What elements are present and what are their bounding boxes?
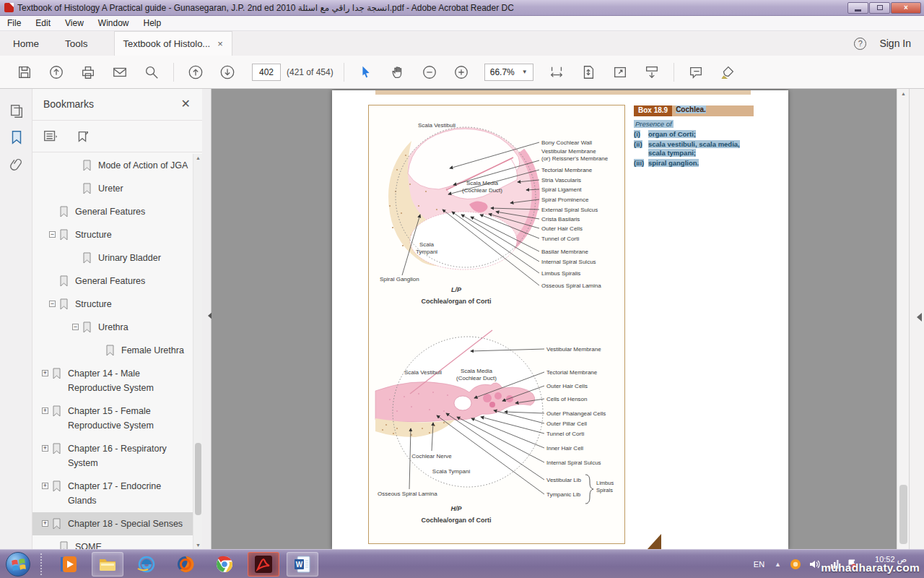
volume-icon[interactable]	[808, 558, 820, 570]
tab-document-label: Textbook of Histolo...	[123, 38, 211, 49]
document-scrollbar[interactable]: ▲	[897, 89, 909, 549]
tools-panel-strip[interactable]	[909, 89, 924, 549]
bookmark-item[interactable]: +Chapter 16 - Respiratory System	[32, 437, 193, 475]
start-button[interactable]	[6, 552, 30, 577]
bookmark-item[interactable]: General Features	[32, 200, 193, 223]
taskbar-media-player[interactable]	[53, 552, 84, 577]
search-icon[interactable]	[144, 64, 160, 80]
bookmark-item-label: Structure	[75, 299, 112, 309]
expand-icon[interactable]: +	[42, 370, 48, 376]
bookmark-item[interactable]: Urinary Bladder	[32, 246, 193, 269]
zoom-level-dropdown[interactable]: 66.7% ▼	[484, 64, 533, 81]
comment-icon[interactable]	[688, 64, 704, 80]
bookmarks-options-icon[interactable]	[43, 129, 58, 144]
tab-document[interactable]: Textbook of Histolo... ×	[114, 31, 232, 56]
bookmarks-panel: Bookmarks ✕ Mode of Action of JGAUreterG…	[32, 89, 202, 549]
expand-icon[interactable]: +	[42, 407, 48, 414]
collapse-icon[interactable]: −	[72, 324, 79, 330]
save-icon[interactable]	[17, 64, 32, 80]
figure-label: External Spiral Sulcus	[541, 207, 598, 213]
expand-tools-icon[interactable]	[912, 313, 922, 322]
box-list-item: (i)organ of Corti;	[634, 130, 754, 139]
bookmark-item[interactable]: Mode of Action of JGA	[32, 154, 193, 177]
taskbar: W EN ▲ ✕ 10:52 ص muhadharaty.com	[0, 549, 924, 578]
email-icon[interactable]	[112, 64, 128, 80]
highlighter-icon[interactable]	[720, 64, 736, 80]
bookmark-item-label: Mode of Action of JGA	[98, 160, 188, 171]
bookmark-item[interactable]: −Structure	[32, 293, 193, 316]
expand-icon[interactable]: +	[42, 483, 48, 489]
previous-page-icon[interactable]	[188, 64, 204, 80]
page-number-input[interactable]	[252, 64, 281, 81]
magnification-label: L/P	[451, 286, 462, 293]
taskbar-windows-explorer[interactable]	[92, 552, 123, 577]
close-button[interactable]: ×	[891, 2, 921, 14]
bookmark-item[interactable]: General Features	[32, 269, 193, 293]
app-window: Textbook of Histology A Practical guide …	[0, 0, 924, 578]
scroll-up-icon[interactable]: ▲	[193, 155, 202, 160]
bookmark-item[interactable]: SOME	[32, 535, 193, 549]
menu-item-file[interactable]: File	[0, 18, 28, 28]
bookmarks-close-icon[interactable]: ✕	[181, 97, 191, 111]
taskbar-internet-explorer[interactable]	[131, 552, 162, 577]
language-indicator[interactable]: EN	[754, 560, 764, 569]
share-upload-icon[interactable]	[48, 64, 64, 80]
bookmark-icon	[105, 345, 115, 361]
taskbar-chrome[interactable]	[209, 552, 240, 577]
next-page-icon[interactable]	[219, 64, 235, 80]
figure-label: Bony Cochlear Wall	[541, 139, 592, 146]
taskbar-word[interactable]: W	[287, 552, 318, 577]
expand-icon[interactable]: +	[42, 520, 48, 527]
fit-page-icon[interactable]	[580, 64, 596, 80]
menu-item-edit[interactable]: Edit	[28, 18, 58, 28]
tab-tools[interactable]: Tools	[52, 31, 101, 56]
bookmark-item[interactable]: Female Urethra	[32, 339, 193, 362]
hand-tool-icon[interactable]	[390, 64, 406, 80]
fit-width-icon[interactable]	[549, 64, 565, 80]
collapse-icon[interactable]: −	[49, 301, 56, 307]
bookmark-item[interactable]: +Chapter 15 - Female Reproductive System	[32, 400, 193, 437]
presentation-scroll-icon[interactable]	[644, 64, 660, 80]
tab-home[interactable]: Home	[0, 31, 52, 56]
document-scrollbar-thumb[interactable]	[899, 485, 907, 544]
taskbar-adobe-reader[interactable]	[248, 552, 279, 577]
hidden-icons-icon[interactable]: ▲	[775, 561, 781, 568]
bookmark-item[interactable]: Ureter	[32, 177, 193, 200]
collapse-icon[interactable]: −	[49, 231, 56, 238]
zoom-in-icon[interactable]	[453, 64, 469, 80]
zoom-out-icon[interactable]	[422, 64, 437, 80]
minimize-button[interactable]	[847, 2, 868, 14]
menu-item-view[interactable]: View	[58, 18, 91, 28]
figure-label: Outer Hair Cells	[541, 225, 583, 232]
bookmark-item-label: General Features	[75, 276, 145, 286]
bookmark-item[interactable]: −Urethra	[32, 316, 193, 339]
help-icon[interactable]: ?	[854, 38, 866, 50]
attachments-icon[interactable]	[9, 157, 25, 173]
window-title: Textbook of Histology A Practical guide …	[17, 3, 847, 13]
scroll-up-icon[interactable]: ▲	[897, 91, 910, 96]
select-tool-icon[interactable]	[358, 64, 374, 80]
taskbar-firefox[interactable]	[170, 552, 201, 577]
bookmarks-scrollbar[interactable]: ▲ ▼	[193, 154, 202, 549]
bookmark-item[interactable]: +Chapter 17 - Endocrine Glands	[32, 475, 193, 512]
sign-in-button[interactable]: Sign In	[879, 38, 911, 49]
bookmark-item[interactable]: −Structure	[32, 223, 193, 246]
page-thumbnails-icon[interactable]	[9, 103, 25, 119]
print-icon[interactable]	[80, 64, 96, 80]
bookmark-item[interactable]: +Chapter 18 - Special Senses	[32, 512, 193, 535]
restore-button[interactable]	[869, 2, 890, 14]
expand-icon[interactable]: +	[42, 445, 48, 452]
tab-close-icon[interactable]: ×	[217, 38, 223, 49]
fullscreen-icon[interactable]	[612, 64, 628, 80]
bookmarks-panel-icon[interactable]	[9, 129, 25, 145]
menu-item-help[interactable]: Help	[136, 18, 169, 28]
bookmarks-scrollbar-thumb[interactable]	[195, 443, 201, 515]
bookmark-item[interactable]: +Chapter 14 - Male Reproductive System	[32, 362, 193, 400]
tab-bar: Home Tools Textbook of Histolo... × ? Si…	[0, 31, 924, 56]
new-bookmark-icon[interactable]	[74, 129, 90, 144]
panel-splitter[interactable]	[202, 89, 212, 549]
bookmark-icon	[82, 322, 92, 337]
antivirus-tray-icon[interactable]	[790, 558, 801, 570]
scroll-down-icon[interactable]: ▼	[193, 543, 202, 548]
menu-item-window[interactable]: Window	[91, 18, 136, 28]
